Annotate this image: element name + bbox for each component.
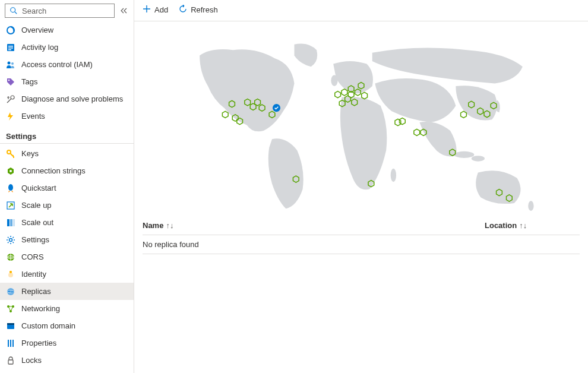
sidebar-item-label: Networking — [21, 304, 60, 313]
svg-rect-15 — [10, 219, 12, 226]
custom-domain-icon — [6, 321, 15, 331]
main-panel: Add Refresh — [134, 0, 588, 373]
search-input[interactable] — [22, 7, 110, 15]
keys-icon — [6, 149, 15, 159]
sidebar-item-label: CORS — [21, 252, 44, 261]
cors-icon — [6, 252, 15, 262]
sidebar-item-scale-out[interactable]: Scale out — [0, 214, 134, 231]
svg-point-34 — [454, 151, 475, 158]
networking-icon — [6, 304, 15, 314]
sidebar-item-label: Replicas — [21, 287, 51, 296]
locks-icon — [6, 356, 15, 365]
sidebar-item-cors[interactable]: CORS — [0, 248, 134, 265]
sidebar-item-settings[interactable]: Settings — [0, 231, 134, 248]
sidebar-item-connection-strings[interactable]: Connection strings — [0, 162, 134, 179]
sidebar-item-quickstart[interactable]: Quickstart — [0, 179, 134, 197]
sidebar-item-label: Scale out — [21, 218, 53, 227]
sidebar-item-diagnose[interactable]: Diagnose and solve problems — [0, 90, 134, 108]
region-marker[interactable] — [414, 129, 420, 135]
sidebar-item-label: Keys — [21, 149, 39, 158]
sidebar-item-label: Scale up — [21, 201, 52, 210]
svg-point-8 — [11, 62, 14, 65]
svg-rect-30 — [8, 340, 9, 347]
settings-icon — [6, 235, 15, 245]
svg-rect-6 — [8, 49, 11, 50]
sort-icon: ↑↓ — [519, 221, 527, 230]
svg-rect-5 — [8, 48, 13, 49]
refresh-label: Refresh — [191, 5, 218, 14]
access-control-icon — [6, 60, 15, 69]
table-header: Name↑↓ Location↑↓ — [143, 216, 580, 235]
svg-point-9 — [8, 79, 10, 80]
scale-out-icon — [6, 218, 15, 227]
sidebar-item-replicas[interactable]: Replicas — [0, 283, 134, 300]
svg-point-0 — [11, 8, 15, 12]
svg-point-22 — [10, 271, 12, 273]
region-marker[interactable] — [461, 111, 467, 118]
sidebar-item-custom-domain[interactable]: Custom domain — [0, 317, 134, 334]
region-marker[interactable] — [222, 111, 228, 118]
sidebar-item-label: Diagnose and solve problems — [21, 94, 123, 103]
regions-map — [134, 21, 588, 216]
replicas-icon — [6, 287, 15, 296]
add-label: Add — [154, 5, 168, 14]
sidebar-item-activity-log[interactable]: Activity log — [0, 39, 134, 56]
svg-rect-14 — [7, 219, 10, 226]
empty-state-row: No replica found — [143, 235, 580, 254]
column-header-location[interactable]: Location↑↓ — [485, 221, 580, 230]
region-marker[interactable] — [342, 89, 347, 96]
identity-icon — [6, 270, 15, 279]
svg-point-12 — [10, 170, 12, 172]
svg-rect-33 — [8, 360, 13, 364]
sidebar-item-tags[interactable]: Tags — [0, 73, 134, 90]
diagnose-icon — [6, 94, 15, 104]
sidebar-item-label: Properties — [21, 339, 56, 347]
sidebar-item-label: Connection strings — [21, 166, 86, 175]
scale-up-icon — [6, 201, 15, 210]
sidebar-item-properties[interactable]: Properties — [0, 334, 134, 352]
sidebar-item-locks[interactable]: Locks — [0, 352, 134, 369]
sidebar-item-label: Activity log — [21, 43, 58, 52]
sidebar-item-keys[interactable]: Keys — [0, 145, 134, 162]
refresh-button[interactable]: Refresh — [179, 5, 218, 15]
collapse-sidebar-button[interactable] — [118, 7, 130, 14]
sidebar-item-access-control[interactable]: Access control (IAM) — [0, 56, 134, 73]
sidebar: Overview Activity log Access control (IA… — [0, 0, 134, 373]
region-marker[interactable] — [400, 118, 406, 125]
sidebar-item-label: Access control (IAM) — [21, 60, 93, 69]
tags-icon — [6, 77, 15, 87]
region-marker[interactable] — [395, 119, 401, 125]
svg-line-1 — [15, 12, 17, 14]
search-icon — [9, 6, 18, 15]
region-marker[interactable] — [335, 91, 341, 98]
connection-icon — [6, 166, 15, 176]
svg-rect-16 — [13, 219, 15, 226]
svg-point-36 — [331, 75, 337, 86]
sidebar-item-identity[interactable]: Identity — [0, 265, 134, 283]
sidebar-item-events[interactable]: Events — [0, 108, 134, 125]
events-icon — [6, 112, 15, 121]
overview-icon — [6, 26, 15, 35]
sidebar-item-overview[interactable]: Overview — [0, 21, 134, 39]
svg-point-21 — [8, 273, 13, 277]
activity-log-icon — [6, 43, 15, 52]
search-box[interactable] — [5, 4, 115, 18]
refresh-icon — [179, 5, 187, 15]
nav-scroll: Overview Activity log Access control (IA… — [0, 21, 134, 373]
svg-point-17 — [10, 238, 12, 241]
sort-icon: ↑↓ — [166, 221, 173, 230]
sidebar-item-networking[interactable]: Networking — [0, 300, 134, 317]
world-map-svg — [138, 33, 584, 211]
svg-rect-29 — [7, 323, 14, 325]
region-marker[interactable] — [362, 92, 368, 99]
svg-point-35 — [472, 156, 485, 161]
replicas-table: Name↑↓ Location↑↓ No replica found — [134, 216, 588, 254]
sidebar-item-label: Tags — [21, 77, 37, 86]
column-header-name[interactable]: Name↑↓ — [143, 221, 485, 230]
search-row — [0, 0, 134, 21]
sidebar-item-label: Quickstart — [21, 184, 56, 192]
add-button[interactable]: Add — [143, 5, 168, 15]
toolbar: Add Refresh — [134, 0, 588, 21]
sidebar-item-scale-up[interactable]: Scale up — [0, 197, 134, 214]
svg-rect-32 — [12, 340, 14, 347]
